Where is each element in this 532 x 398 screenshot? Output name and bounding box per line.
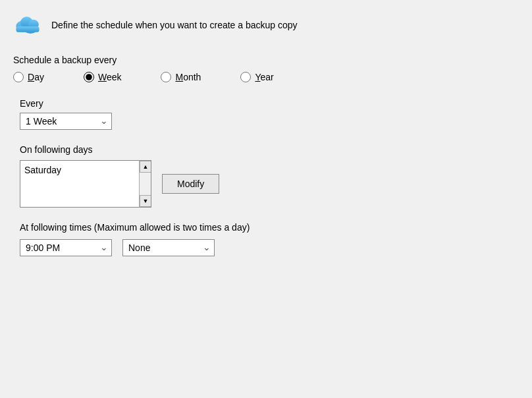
radio-month-label: Month (175, 72, 201, 82)
modify-button[interactable]: Modify (162, 174, 219, 194)
every-section: Every 1 Week 2 Weeks 3 Weeks 4 Weeks (20, 98, 519, 130)
listbox-item: Saturday (24, 163, 135, 177)
every-dropdown[interactable]: 1 Week 2 Weeks 3 Weeks 4 Weeks (20, 113, 112, 130)
on-following-days-label: On following days (20, 144, 519, 155)
listbox-items: Saturday (20, 161, 139, 207)
scroll-down-btn[interactable]: ▼ (140, 195, 151, 207)
every-dropdown-wrapper: 1 Week 2 Weeks 3 Weeks 4 Weeks (20, 113, 112, 130)
radio-day-label: Day (28, 72, 44, 82)
at-following-times-section: At following times (Maximum allowed is t… (20, 222, 519, 256)
radio-day-input[interactable] (13, 72, 24, 82)
schedule-label: Schedule a backup every (13, 55, 519, 65)
listbox-scrollbar: ▲ ▼ (139, 161, 151, 207)
radio-month-input[interactable] (161, 72, 171, 82)
days-listbox[interactable]: Saturday ▲ ▼ (20, 160, 151, 208)
on-following-days-section: On following days Saturday ▲ ▼ Modify (20, 144, 519, 208)
radio-group: Day Week Month Year (13, 72, 519, 82)
every-label: Every (20, 98, 519, 109)
time2-dropdown[interactable]: None 12:00 AM 6:00 AM 9:00 PM 10:00 PM 1… (122, 239, 215, 256)
scroll-up-btn[interactable]: ▲ (140, 161, 151, 173)
radio-year[interactable]: Year (240, 72, 273, 82)
scroll-track (140, 173, 151, 195)
time1-wrapper: 12:00 AM 1:00 AM 6:00 AM 9:00 AM 12:00 P… (20, 239, 112, 256)
radio-week[interactable]: Week (84, 72, 122, 82)
time1-dropdown[interactable]: 12:00 AM 1:00 AM 6:00 AM 9:00 AM 12:00 P… (20, 239, 112, 256)
main-container: Define the schedule when you want to cre… (0, 0, 532, 398)
radio-week-label: Week (98, 72, 122, 82)
header-text: Define the schedule when you want to cre… (51, 20, 298, 30)
radio-day[interactable]: Day (13, 72, 44, 82)
radio-year-label: Year (255, 72, 273, 82)
radio-week-input[interactable] (84, 72, 94, 82)
svg-rect-4 (16, 26, 39, 32)
radio-year-input[interactable] (240, 72, 251, 82)
at-following-times-label: At following times (Maximum allowed is t… (20, 222, 519, 233)
radio-month[interactable]: Month (161, 72, 201, 82)
cloud-icon (13, 12, 42, 38)
time2-wrapper: None 12:00 AM 6:00 AM 9:00 PM 10:00 PM 1… (122, 239, 215, 256)
times-row: 12:00 AM 1:00 AM 6:00 AM 9:00 AM 12:00 P… (20, 239, 519, 256)
days-row: Saturday ▲ ▼ Modify (20, 160, 519, 208)
header: Define the schedule when you want to cre… (13, 12, 519, 40)
